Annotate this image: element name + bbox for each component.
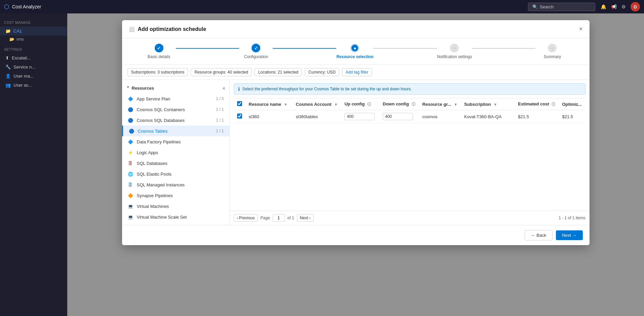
sidebar-item-escalation[interactable]: ⬆ Escalati... (0, 53, 67, 62)
collapse-icon[interactable]: ⌃ (126, 86, 130, 91)
h-scroll-wrapper[interactable]: Resource name ▼ Cosmos Account ▼ (234, 98, 585, 123)
resources-label: Resources (132, 86, 154, 91)
modal: ⬜ Add optimization schedule × ✓ Basic de… (122, 20, 590, 245)
resources-collapse-icon[interactable]: « (223, 85, 225, 91)
filter-subscriptions[interactable]: Subscriptions: 3 subscriptions (127, 68, 188, 76)
notification-icon[interactable]: 🔔 (601, 4, 606, 9)
filter-bar: Subscriptions: 3 subscriptions Resource … (122, 65, 590, 80)
next-label: Next (300, 216, 308, 220)
sidebar-item-user-activity[interactable]: 👥 User ac... (0, 81, 67, 90)
col-label-upconfig: Up config (344, 101, 365, 106)
step-dot-summary: ○ (548, 44, 557, 52)
sidebar-item-ca1[interactable]: 📁 CA1 (0, 27, 67, 36)
step-label-basic: Basic details (148, 54, 170, 59)
sidebar-item-label: CA1 (13, 29, 22, 34)
sql-elastic-pools-icon: 🌐 (127, 171, 134, 177)
row-up-config[interactable] (341, 110, 379, 123)
info-upconfig-icon: ⓘ (367, 102, 371, 106)
row-subscription: Koval-T360-BA-QA (461, 110, 515, 123)
resource-item-sql-managed[interactable]: 🗄 SQL Managed Instances (122, 179, 229, 190)
resource-item-name: Logic Apps (137, 150, 158, 155)
resource-item-count: 1 / 1 (216, 118, 224, 123)
pagination-next-button[interactable]: Next › (297, 214, 314, 222)
filter-currency[interactable]: Currency: USD (305, 68, 339, 76)
sql-databases-icon: 🗄 (127, 160, 134, 166)
alert-icon[interactable]: 📢 (611, 4, 617, 9)
col-header-resource-name: Resource name ▼ (245, 98, 293, 110)
resource-item-name: App Service Plan (137, 96, 171, 101)
pagination-count: 1 - 1 of 1 items (559, 216, 585, 220)
pagination-previous-button[interactable]: ‹ Previous (234, 214, 258, 222)
filter-sub-icon[interactable]: ▼ (493, 102, 497, 106)
vm-icon: 💻 (127, 203, 134, 209)
step-line-3 (373, 48, 437, 49)
resource-item-data-factory[interactable]: 🔷 Data Factory Pipelines (122, 136, 229, 147)
sidebar-sub-vms[interactable]: 📂 vms (0, 36, 67, 43)
sidebar-item-user-management[interactable]: 👤 User ma... (0, 72, 67, 81)
resource-item-app-service[interactable]: 🔷 App Service Plan 1 / 5 (122, 93, 229, 104)
step-dot-config: ✓ (252, 44, 260, 52)
sidebar-item-service[interactable]: 🔧 Service n... (0, 62, 67, 72)
resource-item-cosmos-sql-containers[interactable]: 🔵 Cosmos SQL Containers 1 / 1 (122, 104, 229, 115)
resource-item-name: Virtual Machines (137, 204, 169, 209)
modal-close-button[interactable]: × (579, 26, 583, 33)
row-down-config[interactable] (379, 110, 419, 123)
resource-item-count: 1 / 5 (216, 96, 224, 101)
resource-item-name: SQL Databases (137, 161, 167, 166)
filter-rg-icon[interactable]: ▼ (454, 102, 457, 106)
folder-sub-icon: 📂 (9, 37, 14, 42)
resource-item-name: SQL Elastic Pools (137, 172, 172, 177)
resource-item-sql-databases[interactable]: 🗄 SQL Databases (122, 158, 229, 169)
filter-resource-groups[interactable]: Resource groups: 40 selected (191, 68, 252, 76)
app-title: Cost Analyzer (12, 4, 41, 9)
row-resource-name: sl360 (245, 110, 293, 123)
sql-managed-icon: 🗄 (127, 182, 134, 188)
resource-item-cosmos-sql-databases[interactable]: 🔵 Cosmos SQL Databases 1 / 1 (122, 115, 229, 126)
settings-icon[interactable]: ⚙ (621, 4, 626, 9)
resource-item-synapse[interactable]: 🔶 Synapse Pipelines (122, 190, 229, 201)
back-button[interactable]: ← Back (525, 230, 553, 240)
step-basic-details: ✓ Basic details (142, 44, 176, 59)
stepper: ✓ Basic details ✓ Configuration ● Resour… (122, 38, 590, 65)
escalation-label: Escalati... (12, 55, 31, 60)
filter-locations[interactable]: Locations: 21 selected (255, 68, 302, 76)
filter-cosmos-icon[interactable]: ▼ (334, 102, 338, 106)
cosmos-sql-containers-icon: 🔵 (127, 106, 134, 112)
row-check (234, 110, 245, 123)
select-all-checkbox[interactable] (237, 101, 242, 106)
next-button[interactable]: Next → (556, 230, 582, 240)
service-label: Service n... (13, 64, 35, 70)
down-config-input[interactable] (383, 113, 413, 120)
user-management-icon: 👤 (5, 74, 11, 79)
table-header-row: Resource name ▼ Cosmos Account ▼ (234, 98, 585, 110)
resource-item-name: Synapse Pipelines (137, 193, 173, 198)
resource-item-cosmos-tables[interactable]: 🔵 Cosmos Tables 1 / 1 (122, 126, 229, 136)
step-summary: ○ Summary (535, 44, 569, 59)
step-line-2 (273, 48, 336, 49)
resource-item-logic-apps[interactable]: ⚡ Logic Apps (122, 147, 229, 158)
data-table: Resource name ▼ Cosmos Account ▼ (230, 98, 590, 211)
step-dot-resource: ● (350, 44, 359, 52)
row-checkbox[interactable] (237, 114, 242, 119)
col-label-resource: Resource name (249, 102, 281, 107)
row-optimized-cost: $21.5 (559, 110, 585, 123)
up-config-input[interactable] (344, 113, 375, 120)
col-header-check (234, 98, 245, 110)
resource-item-count: 1 / 1 (216, 107, 224, 112)
sidebar-section-settings: SETTINGS (0, 46, 67, 53)
resource-item-virtual-machines[interactable]: 💻 Virtual Machines (122, 201, 229, 212)
filter-add-tag[interactable]: Add tag filter (342, 68, 372, 76)
resource-item-vmss[interactable]: 💻 Virtual Machine Scale Set (122, 212, 229, 222)
table-row: sl360 sl360tables (234, 110, 585, 123)
modal-overlay: ⬜ Add optimization schedule × ✓ Basic de… (67, 13, 644, 316)
page-label: Page (261, 216, 270, 220)
resource-item-sql-elastic-pools[interactable]: 🌐 SQL Elastic Pools (122, 169, 229, 179)
col-header-cosmos-account: Cosmos Account ▼ (293, 98, 341, 110)
resource-item-count: 1 / 1 (216, 129, 224, 133)
search-bar[interactable]: 🔍 Search (528, 3, 595, 11)
col-header-subscription: Subscription ▼ (461, 98, 515, 110)
avatar[interactable]: D (631, 2, 640, 11)
page-input[interactable] (273, 214, 285, 222)
filter-resource-icon[interactable]: ▼ (284, 102, 288, 106)
search-placeholder: Search (540, 4, 554, 9)
